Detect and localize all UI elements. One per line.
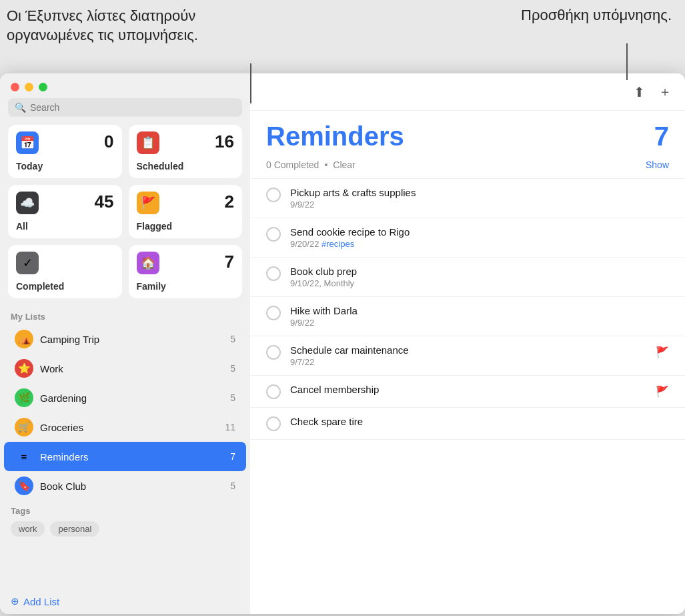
r5-circle[interactable] xyxy=(266,345,281,360)
sidebar-item-bookclub[interactable]: 🔖 Book Club 5 xyxy=(4,471,246,501)
work-name: Work xyxy=(40,363,223,374)
r6-flag: 🚩 xyxy=(656,385,669,398)
r2-circle[interactable] xyxy=(266,227,281,242)
family-label: Family xyxy=(137,278,235,292)
add-list-button[interactable]: ⊕ Add List xyxy=(0,589,250,614)
reminder-r3[interactable]: Book club prep 9/10/22, Monthly xyxy=(250,258,685,297)
smart-card-today[interactable]: 📅 0 Today xyxy=(8,125,122,178)
completed-label: Completed xyxy=(16,278,114,292)
titlebar xyxy=(0,73,250,98)
smart-card-top: 📅 0 xyxy=(16,131,114,154)
reminder-r5[interactable]: Schedule car maintenance 9/7/22 🚩 xyxy=(250,336,685,376)
show-link[interactable]: Show xyxy=(646,160,669,170)
bookclub-icon: 🔖 xyxy=(15,477,33,495)
smart-card-all[interactable]: ☁️ 45 All xyxy=(8,185,122,238)
r7-title: Check spare tire xyxy=(290,416,669,427)
scheduled-count: 16 xyxy=(215,131,234,152)
sidebar-item-work[interactable]: ⭐ Work 5 xyxy=(4,354,246,383)
all-count: 45 xyxy=(95,192,114,212)
smart-card-top: 🚩 2 xyxy=(137,192,235,214)
r6-text: Cancel membership xyxy=(290,384,646,395)
r3-subtitle: 9/10/22, Monthly xyxy=(290,278,669,288)
camping-count: 5 xyxy=(230,334,235,344)
all-label: All xyxy=(16,218,114,232)
r6-circle[interactable] xyxy=(266,384,281,399)
reminder-r1[interactable]: Pickup arts & crafts supplies 9/9/22 xyxy=(250,179,685,218)
reminder-r2[interactable]: Send cookie recipe to Rigo 9/20/22 #reci… xyxy=(250,218,685,258)
share-button[interactable]: ⬆ xyxy=(631,81,648,103)
r5-flag: 🚩 xyxy=(656,346,669,358)
smart-grid: 📅 0 Today 📋 16 Scheduled ☁️ 45 All 🚩 2 F… xyxy=(0,125,250,306)
r1-subtitle: 9/9/22 xyxy=(290,200,669,210)
gardening-name: Gardening xyxy=(40,392,223,404)
annotation-left: Οι Έξυπνες λίστες διατηρούν οργανωμένες … xyxy=(7,7,247,45)
smart-card-flagged[interactable]: 🚩 2 Flagged xyxy=(129,185,243,238)
r1-title: Pickup arts & crafts supplies xyxy=(290,187,669,198)
flagged-count: 2 xyxy=(225,192,234,212)
smart-card-completed[interactable]: ✓ Completed xyxy=(8,245,122,298)
r2-title: Send cookie recipe to Rigo xyxy=(290,226,669,238)
today-icon: 📅 xyxy=(16,131,39,154)
work-icon: ⭐ xyxy=(15,359,33,378)
flagged-icon: 🚩 xyxy=(137,192,159,214)
gardening-icon: 🌿 xyxy=(15,388,33,407)
work-count: 5 xyxy=(230,363,235,374)
reminder-r4[interactable]: Hike with Darla 9/9/22 xyxy=(250,297,685,336)
minimize-button[interactable] xyxy=(25,83,33,91)
main-content: ⬆ ＋ Reminders 7 0 Completed • Clear Show… xyxy=(250,73,685,614)
camping-icon: ⛺ xyxy=(15,330,33,348)
reminder-r6[interactable]: Cancel membership 🚩 xyxy=(250,376,685,408)
smart-card-top: ✓ xyxy=(16,252,114,274)
smart-card-family[interactable]: 🏠 7 Family xyxy=(129,245,243,298)
app-window: 🔍 📅 0 Today 📋 16 Scheduled ☁️ 45 All 🚩 2… xyxy=(0,73,685,614)
r1-text: Pickup arts & crafts supplies 9/9/22 xyxy=(290,187,669,210)
search-input[interactable] xyxy=(30,102,235,113)
maximize-button[interactable] xyxy=(39,83,47,91)
flagged-label: Flagged xyxy=(137,218,235,232)
add-reminder-button[interactable]: ＋ xyxy=(656,80,674,103)
today-count: 0 xyxy=(104,131,113,152)
reminder-list: Pickup arts & crafts supplies 9/9/22 Sen… xyxy=(250,179,685,614)
add-list-label: Add List xyxy=(23,596,59,607)
camping-name: Camping Trip xyxy=(40,334,223,345)
gardening-count: 5 xyxy=(230,392,235,403)
annotation-right: Προσθήκη υπόμνησης. xyxy=(521,7,672,24)
r2-tag[interactable]: #recipes xyxy=(321,239,354,249)
close-button[interactable] xyxy=(11,83,19,91)
main-count: 7 xyxy=(654,121,669,151)
r4-circle[interactable] xyxy=(266,306,281,320)
scheduled-label: Scheduled xyxy=(137,158,235,172)
groceries-icon: 🛒 xyxy=(15,418,33,436)
today-label: Today xyxy=(16,158,114,172)
main-header: Reminders 7 xyxy=(250,111,685,157)
smart-card-scheduled[interactable]: 📋 16 Scheduled xyxy=(129,125,243,178)
r3-circle[interactable] xyxy=(266,266,281,281)
sidebar-item-groceries[interactable]: 🛒 Groceries 11 xyxy=(4,412,246,442)
completed-prefix: 0 Completed xyxy=(266,160,319,170)
scheduled-icon: 📋 xyxy=(137,131,159,154)
search-bar[interactable]: 🔍 xyxy=(8,98,242,117)
family-icon: 🏠 xyxy=(137,252,159,274)
sidebar-item-gardening[interactable]: 🌿 Gardening 5 xyxy=(4,383,246,412)
groceries-count: 11 xyxy=(225,422,235,432)
tag-personal[interactable]: personal xyxy=(50,521,99,537)
tag-work[interactable]: work xyxy=(11,521,45,537)
all-icon: ☁️ xyxy=(16,192,39,214)
r5-subtitle: 9/7/22 xyxy=(290,357,646,367)
clear-link[interactable]: Clear xyxy=(333,160,355,170)
reminder-r7[interactable]: Check spare tire xyxy=(250,408,685,440)
r3-title: Book club prep xyxy=(290,266,669,277)
tags-header: Tags xyxy=(0,501,250,519)
main-title: Reminders xyxy=(266,121,404,151)
r3-text: Book club prep 9/10/22, Monthly xyxy=(290,266,669,288)
sidebar: 🔍 📅 0 Today 📋 16 Scheduled ☁️ 45 All 🚩 2… xyxy=(0,73,250,614)
search-icon: 🔍 xyxy=(15,102,26,113)
r5-title: Schedule car maintenance xyxy=(290,344,646,356)
groceries-name: Groceries xyxy=(40,422,218,433)
sidebar-item-reminders[interactable]: ≡ Reminders 7 xyxy=(4,442,246,471)
bookclub-count: 5 xyxy=(230,481,235,491)
r7-circle[interactable] xyxy=(266,416,281,431)
sidebar-item-camping[interactable]: ⛺ Camping Trip 5 xyxy=(4,324,246,354)
r2-text: Send cookie recipe to Rigo 9/20/22 #reci… xyxy=(290,226,669,249)
r1-circle[interactable] xyxy=(266,188,281,202)
